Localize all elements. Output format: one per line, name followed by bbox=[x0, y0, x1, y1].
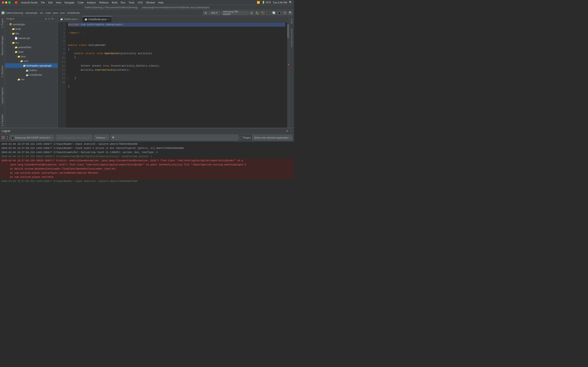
menu-navigate[interactable]: Navigate bbox=[64, 1, 75, 4]
bc-src[interactable]: src bbox=[40, 11, 43, 14]
tab-gallery-java[interactable]: ☕ Gallery.java ✕ bbox=[58, 16, 82, 22]
search-icon[interactable]: 🔍 bbox=[289, 1, 292, 4]
minimize-button[interactable] bbox=[5, 1, 7, 4]
project-label: Project bbox=[6, 17, 44, 20]
code-content[interactable]: package com.techripples.openplugin; ▸imp… bbox=[66, 22, 287, 128]
bc-com[interactable]: com bbox=[60, 11, 65, 14]
tree-item-java[interactable]: ▾ 📁 java bbox=[5, 54, 58, 59]
tree-item-openplugin[interactable]: ▾ 📦 openplugin bbox=[5, 22, 58, 27]
project-tool-btn[interactable]: 1: Project bbox=[1, 17, 4, 29]
sync-icon[interactable]: ⇌ bbox=[48, 17, 50, 20]
log-level-dropdown[interactable]: Verbose ▾ bbox=[94, 135, 109, 140]
settings-icon[interactable]: ⚙ bbox=[51, 17, 54, 20]
logcat-output[interactable]: 2020-02-04 18:27:09.213 1445-2389/? I/In… bbox=[0, 142, 294, 184]
tab-unitybinder-java[interactable]: ☕ UnityBinder.java ✕ bbox=[82, 16, 112, 22]
menu-file[interactable]: File bbox=[40, 1, 46, 4]
scrollbar-thumb[interactable] bbox=[287, 24, 289, 38]
app-selector[interactable]: app ▾ bbox=[208, 11, 220, 15]
nav-back-btn[interactable]: ◀ bbox=[203, 11, 208, 15]
tree-item-unitybinder[interactable]: ☕ UnityBinder bbox=[5, 73, 58, 77]
unitybinder-java-icon: ☕ bbox=[85, 18, 87, 20]
captures-btn[interactable]: Layout Captures bbox=[1, 86, 4, 106]
menu-help[interactable]: Help bbox=[157, 1, 164, 4]
search-everywhere-btn[interactable]: 🔍 bbox=[288, 11, 293, 15]
device-dropdown-arrow: ▾ bbox=[52, 137, 52, 139]
logcat-title: Logcat bbox=[2, 129, 10, 133]
debug-button[interactable]: 🐛 bbox=[255, 11, 259, 15]
avd-btn[interactable]: 📱 bbox=[277, 11, 282, 15]
clear-logcat-btn[interactable]: 🚫 bbox=[1, 136, 5, 140]
minimize-panel-icon[interactable]: − bbox=[290, 129, 292, 133]
scroll-down-btn[interactable]: ▼ bbox=[6, 138, 8, 140]
menu-run[interactable]: Run bbox=[120, 1, 126, 4]
bc-openplugin[interactable]: openplugin bbox=[25, 11, 38, 14]
menu-refactor[interactable]: Refactor bbox=[98, 1, 110, 4]
panel-header: Logcat ⚙ − bbox=[0, 128, 294, 134]
tree-item-techripples[interactable]: ▾ 📁 techripples.openplugin bbox=[5, 63, 58, 68]
tree-item-main[interactable]: ▾ 📁 main bbox=[5, 50, 58, 54]
tab-close-gallery[interactable]: ✕ bbox=[78, 18, 80, 20]
resource-manager-btn[interactable]: Resource Manager bbox=[1, 34, 4, 57]
bc-unitybinder[interactable]: UnityBinder bbox=[67, 11, 80, 14]
process-dropdown[interactable]: No debuggable processes ▾ bbox=[56, 135, 92, 140]
nav-bar: 📁 GalleryOpening › openplugin › src › ma… bbox=[0, 10, 294, 16]
add-icon[interactable]: ⊕ bbox=[45, 17, 47, 20]
show-selected-app-btn[interactable]: Show only selected application ▾ bbox=[252, 135, 293, 140]
menu-view[interactable]: View bbox=[55, 1, 62, 4]
collapse-icon[interactable]: − bbox=[55, 17, 56, 20]
maximize-button[interactable] bbox=[8, 1, 10, 4]
regex-checkbox[interactable] bbox=[240, 136, 242, 139]
menu-build[interactable]: Build bbox=[111, 1, 118, 4]
editor-area: ☕ Gallery.java ✕ ☕ UnityBinder.java ✕ 1 … bbox=[58, 16, 289, 128]
menu-code[interactable]: Code bbox=[77, 1, 85, 4]
settings-icon[interactable]: ⚙ bbox=[286, 129, 288, 133]
menu-window[interactable]: Window bbox=[145, 1, 156, 4]
logcat-search-box[interactable]: 🔍 bbox=[111, 135, 238, 140]
device-selector[interactable]: samsung SM-G930P bbox=[221, 11, 249, 15]
menu-tools[interactable]: Tools bbox=[128, 1, 136, 4]
scroll-up-btn[interactable]: ▲ bbox=[6, 135, 8, 137]
breadcrumb: GalleryOpening › openplugin › src › main… bbox=[6, 11, 80, 14]
run-button[interactable]: ▶ bbox=[250, 11, 254, 15]
tree-item-libs[interactable]: ▾ 📁 libs bbox=[5, 31, 58, 36]
stop-button[interactable]: ⬛ bbox=[266, 11, 271, 15]
bc-gallery[interactable]: GalleryOpening bbox=[6, 11, 23, 14]
menu-vcs[interactable]: VCS bbox=[137, 1, 144, 4]
sync-btn[interactable]: 🔄 bbox=[271, 11, 276, 15]
build-btn[interactable]: 🔨 bbox=[260, 11, 265, 15]
bc-java[interactable]: java bbox=[53, 11, 58, 14]
process-dropdown-arrow: ▾ bbox=[88, 137, 89, 139]
bc-main[interactable]: main bbox=[45, 11, 51, 14]
apple-menu[interactable]: 🍎 bbox=[14, 1, 19, 4]
structure-btn[interactable]: 2: Structure bbox=[1, 64, 4, 79]
tree-item-classes-jar[interactable]: 📄 classes.jar bbox=[5, 36, 58, 40]
gradle-btn[interactable]: Gradle bbox=[291, 18, 293, 24]
tab-close-unitybinder[interactable]: ✕ bbox=[107, 18, 109, 20]
regex-checkbox-wrapper[interactable]: Regex bbox=[240, 136, 251, 139]
code-line-7: { bbox=[68, 47, 285, 51]
device-explorer-btn[interactable]: Device File Explorer bbox=[291, 29, 293, 47]
process-label: No debuggable processes bbox=[58, 136, 87, 139]
favorites-btn[interactable]: 2: Favorites bbox=[1, 113, 4, 127]
code-editor[interactable]: 1 2 3 5 6 7 8 9 10 11 12 13 14 15 16 bbox=[58, 22, 289, 128]
menu-analyze[interactable]: Analyze bbox=[86, 1, 97, 4]
code-line-8: public static void OpenGallery(Activity … bbox=[68, 51, 285, 56]
log-line-9: at com.unity3d.player.UnityPla bbox=[0, 175, 294, 179]
logcat-search-input[interactable] bbox=[116, 136, 237, 139]
log-line-1: 2020-02-04 18:27:09.213 1445-2389/? I/In… bbox=[0, 142, 294, 146]
project-sidebar: Project ⊕ ⇌ ⚙ − ▾ 📦 openplugin ▸ 📁 bbox=[5, 16, 58, 128]
sdk-btn[interactable]: ⚙ bbox=[283, 11, 287, 15]
tree-item-gallery[interactable]: ☕ Gallery bbox=[5, 68, 58, 73]
device-dropdown[interactable]: 📱 Samsung SM-G930P Android 8. ▾ bbox=[10, 135, 54, 140]
editor-scrollbar[interactable] bbox=[287, 22, 289, 128]
tree-item-com[interactable]: ▾ 📁 com bbox=[5, 59, 58, 63]
tree-item-build[interactable]: ▸ 📁 build bbox=[5, 27, 58, 31]
tree-item-src[interactable]: ▾ 📁 src bbox=[5, 40, 58, 45]
left-tool-panel: 1: Project Resource Manager 2: Structure… bbox=[0, 16, 5, 128]
menu-android-studio[interactable]: Android Studio bbox=[20, 1, 39, 4]
tree-item-androidtest[interactable]: ▸ 📁 androidTest bbox=[5, 45, 58, 50]
tree-item-res[interactable]: ▸ 📁 res bbox=[5, 77, 58, 82]
close-button[interactable] bbox=[2, 1, 4, 4]
menu-edit[interactable]: Edit bbox=[47, 1, 53, 4]
project-icon: 📁 bbox=[1, 11, 5, 15]
